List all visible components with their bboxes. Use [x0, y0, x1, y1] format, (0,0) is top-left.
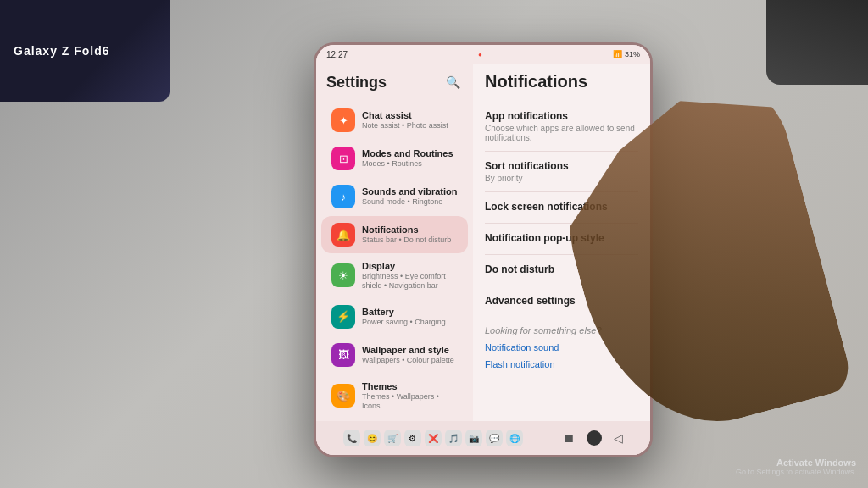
text-battery: Battery Power saving • Charging: [362, 307, 458, 327]
nav-controls: ⏹ ◁: [563, 430, 623, 446]
windows-activation: Activate Windows Go to Settings to activ…: [736, 458, 856, 476]
search-icon: 🔍: [446, 75, 460, 89]
sub-chat-assist: Note assist • Photo assist: [362, 121, 458, 130]
settings-items-list: ✦ Chat assist Note assist • Photo assist…: [316, 102, 473, 418]
nav-app-6[interactable]: 📷: [465, 430, 482, 446]
notif-item-app-notifications[interactable]: App notifications Choose which apps are …: [485, 102, 638, 152]
status-dot: ●: [478, 51, 482, 58]
nav-app-0[interactable]: 📞: [343, 430, 360, 446]
notifications-title: Notifications: [485, 72, 638, 92]
sub-battery: Power saving • Charging: [362, 318, 458, 327]
icon-themes: 🎨: [331, 384, 355, 408]
nav-home-button[interactable]: [587, 430, 602, 446]
settings-item-wallpaper[interactable]: 🖼 Wallpaper and style Wallpapers • Colou…: [321, 336, 468, 374]
notif-sub-app-notifications: Choose which apps are allowed to send no…: [485, 124, 638, 142]
nav-app-8[interactable]: 🌐: [506, 430, 523, 446]
icon-modes-routines: ⊡: [331, 147, 355, 170]
notif-title-app-notifications: App notifications: [485, 110, 638, 122]
title-sounds-vibration: Sounds and vibration: [362, 186, 458, 197]
text-modes-routines: Modes and Routines Modes • Routines: [362, 148, 458, 169]
settings-header: Settings 🔍: [316, 72, 473, 101]
title-battery: Battery: [362, 307, 458, 318]
activate-sub: Go to Settings to activate Windows.: [736, 468, 856, 476]
title-themes: Themes: [362, 381, 458, 392]
battery-text: 31%: [625, 50, 640, 58]
nav-app-1[interactable]: 😊: [364, 430, 381, 446]
nav-app-7[interactable]: 💬: [486, 430, 503, 446]
icon-display: ☀: [331, 263, 355, 287]
settings-panel: Settings 🔍 ✦ Chat assist Note assist • P…: [316, 64, 473, 421]
settings-item-display[interactable]: ☀ Display Brightness • Eye comfort shiel…: [321, 254, 468, 297]
settings-item-notifications[interactable]: 🔔 Notifications Status bar • Do not dist…: [321, 216, 468, 253]
time-display: 12:27: [326, 50, 348, 59]
icon-sounds-vibration: ♪: [331, 185, 355, 208]
sub-themes: Themes • Wallpapers • Icons: [362, 392, 458, 411]
text-themes: Themes Themes • Wallpapers • Icons: [362, 381, 458, 411]
icon-wallpaper: 🖼: [331, 343, 355, 367]
wifi-icon: 📶: [613, 50, 622, 58]
settings-title: Settings: [326, 74, 387, 92]
nav-app-4[interactable]: ❌: [425, 430, 442, 446]
text-wallpaper: Wallpaper and style Wallpapers • Colour …: [362, 345, 458, 365]
nav-app-2[interactable]: 🛒: [384, 430, 401, 446]
charger-area: [766, 0, 868, 85]
settings-item-themes[interactable]: 🎨 Themes Themes • Wallpapers • Icons: [321, 374, 468, 418]
sub-sounds-vibration: Sound mode • Ringtone: [362, 197, 458, 207]
sub-notifications: Status bar • Do not disturb: [362, 236, 458, 245]
search-button[interactable]: 🔍: [442, 72, 463, 92]
status-bar: 12:27 ● 📶 31%: [316, 45, 650, 64]
nav-apps: 📞😊🛒⚙❌🎵📷💬🌐: [343, 430, 523, 446]
nav-app-3[interactable]: ⚙: [404, 430, 421, 446]
activate-title: Activate Windows: [736, 458, 856, 468]
text-chat-assist: Chat assist Note assist • Photo assist: [362, 110, 458, 130]
sub-modes-routines: Modes • Routines: [362, 159, 458, 169]
settings-item-chat-assist[interactable]: ✦ Chat assist Note assist • Photo assist: [321, 102, 468, 139]
text-display: Display Brightness • Eye comfort shield …: [362, 261, 458, 291]
settings-item-modes-routines[interactable]: ⊡ Modes and Routines Modes • Routines: [321, 140, 468, 177]
brand-text: Galaxy Z Fold6: [14, 44, 156, 58]
nav-recents-icon[interactable]: ⏹: [563, 431, 575, 445]
galaxy-box: Galaxy Z Fold6: [0, 0, 170, 102]
settings-item-battery[interactable]: ⚡ Battery Power saving • Charging: [321, 298, 468, 336]
title-wallpaper: Wallpaper and style: [362, 345, 458, 356]
icon-battery: ⚡: [331, 305, 355, 329]
status-icons: 📶 31%: [613, 50, 640, 58]
icon-notifications: 🔔: [331, 223, 355, 247]
nav-back-icon[interactable]: ◁: [614, 431, 623, 445]
text-notifications: Notifications Status bar • Do not distur…: [362, 225, 458, 245]
icon-chat-assist: ✦: [331, 108, 355, 132]
sub-display: Brightness • Eye comfort shield • Naviga…: [362, 272, 458, 291]
sub-wallpaper: Wallpapers • Colour palette: [362, 356, 458, 365]
title-chat-assist: Chat assist: [362, 110, 458, 121]
nav-bar: 📞😊🛒⚙❌🎵📷💬🌐 ⏹ ◁: [316, 421, 650, 455]
title-modes-routines: Modes and Routines: [362, 148, 458, 159]
text-sounds-vibration: Sounds and vibration Sound mode • Ringto…: [362, 186, 458, 207]
settings-item-sounds-vibration[interactable]: ♪ Sounds and vibration Sound mode • Ring…: [321, 178, 468, 215]
nav-app-5[interactable]: 🎵: [445, 430, 462, 446]
title-display: Display: [362, 261, 458, 272]
title-notifications: Notifications: [362, 225, 458, 236]
